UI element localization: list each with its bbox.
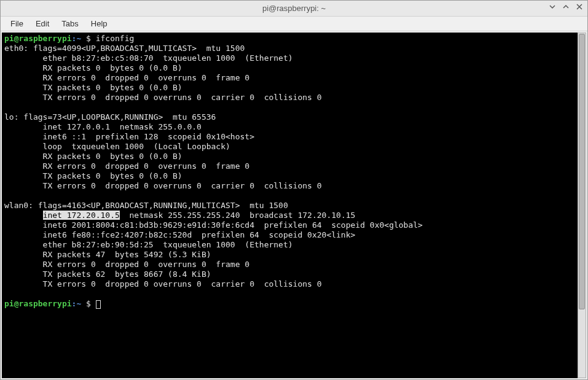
command-text: ifconfig: [96, 34, 135, 43]
output-line: loop txqueuelen 1000 (Local Loopback): [4, 142, 584, 152]
output-line: ether b8:27:eb:c5:08:70 txqueuelen 1000 …: [4, 53, 584, 63]
output-line: inet 172.20.10.5 netmask 255.255.255.240…: [4, 211, 584, 220]
scrollbar[interactable]: [578, 33, 586, 378]
output-text: netmask 255.255.255.240 broadcast 172.20…: [120, 211, 356, 220]
output-line: TX errors 0 dropped 0 overruns 0 carrier…: [4, 93, 584, 103]
maximize-button[interactable]: [562, 3, 570, 12]
output-line: inet 127.0.0.1 netmask 255.0.0.0: [4, 122, 584, 132]
output-line: TX errors 0 dropped 0 overruns 0 carrier…: [4, 279, 584, 289]
close-icon: [576, 3, 583, 12]
output-line: TX packets 0 bytes 0 (0.0 B): [4, 83, 584, 93]
prompt-dollar: $: [81, 299, 95, 308]
menu-file[interactable]: File: [6, 18, 28, 29]
output-line: RX packets 0 bytes 0 (0.0 B): [4, 152, 584, 161]
output-line: RX errors 0 dropped 0 overruns 0 frame 0: [4, 260, 584, 269]
output-line: lo: flags=73<UP,LOOPBACK,RUNNING> mtu 65…: [4, 112, 584, 122]
terminal-container: pi@raspberrypi:~ $ ifconfigeth0: flags=4…: [1, 31, 587, 379]
output-line: TX packets 62 bytes 8667 (8.4 KiB): [4, 269, 584, 279]
terminal[interactable]: pi@raspberrypi:~ $ ifconfigeth0: flags=4…: [2, 33, 586, 378]
terminal-window: pi@raspberrypi: ~ File Edit Tabs Help: [0, 0, 588, 380]
chevron-down-icon: [549, 3, 556, 12]
window-title: pi@raspberrypi: ~: [262, 4, 326, 13]
output-line: ether b8:27:eb:90:5d:25 txqueuelen 1000 …: [4, 240, 584, 250]
close-button[interactable]: [575, 3, 584, 12]
menu-tabs[interactable]: Tabs: [57, 18, 83, 29]
output-line: RX errors 0 dropped 0 overruns 0 frame 0: [4, 73, 584, 83]
output-line: RX packets 47 bytes 5492 (5.3 KiB): [4, 250, 584, 260]
minimize-button[interactable]: [548, 3, 557, 12]
output-line: inet6 ::1 prefixlen 128 scopeid 0x10<hos…: [4, 132, 584, 142]
output-line: inet6 fe80::fce2:4207:b82c:520d prefixle…: [4, 230, 584, 240]
output-line: [4, 289, 584, 299]
prompt-dollar: $: [81, 34, 95, 43]
menu-edit[interactable]: Edit: [31, 18, 54, 29]
output-line: eth0: flags=4099<UP,BROADCAST,MULTICAST>…: [4, 44, 584, 53]
highlighted-ip: inet 172.20.10.5: [43, 211, 120, 220]
output-line: wlan0: flags=4163<UP,BROADCAST,RUNNING,M…: [4, 201, 584, 211]
prompt-user: pi@raspberrypi: [4, 299, 72, 308]
menu-help[interactable]: Help: [86, 18, 112, 29]
scrollbar-thumb[interactable]: [579, 34, 585, 309]
chevron-up-icon: [562, 3, 570, 12]
titlebar-controls: [548, 3, 584, 12]
output-line: TX packets 0 bytes 0 (0.0 B): [4, 171, 584, 181]
output-line: inet6 2001:8004:c81:bd3b:9629:e91d:30fe:…: [4, 220, 584, 230]
output-line: RX packets 0 bytes 0 (0.0 B): [4, 63, 584, 73]
output-line: [4, 191, 584, 201]
output-line: [4, 103, 584, 112]
titlebar[interactable]: pi@raspberrypi: ~: [1, 1, 587, 17]
output-line: TX errors 0 dropped 0 overruns 0 carrier…: [4, 181, 584, 191]
output-text: [4, 211, 43, 220]
output-line: RX errors 0 dropped 0 overruns 0 frame 0: [4, 161, 584, 171]
cursor: [96, 300, 101, 309]
prompt-user: pi@raspberrypi: [4, 34, 72, 43]
menubar: File Edit Tabs Help: [1, 17, 587, 31]
